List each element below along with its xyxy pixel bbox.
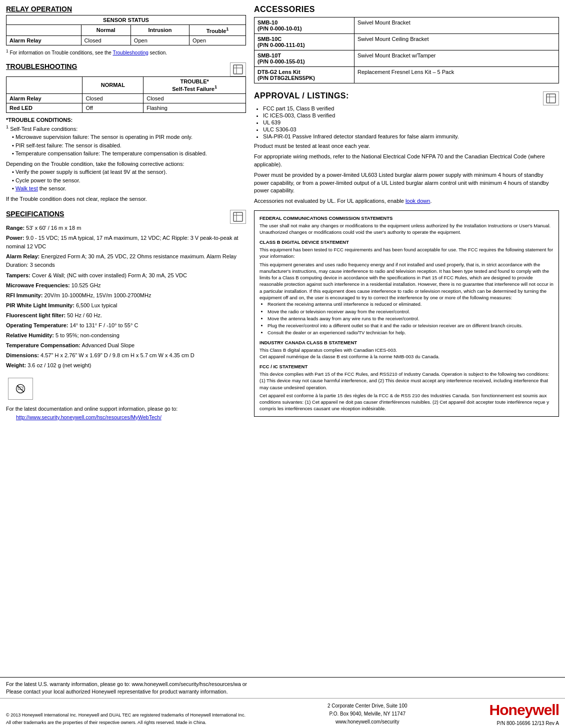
spec-entry: Microwave Frequencies: 10.525 GHz [6,281,246,290]
fcc-section1-text: The user shall not make any changes or m… [260,222,554,236]
list-item: Move the antenna leads away from any wir… [268,315,554,322]
corrective-list: • Verify the power supply is sufficient … [12,168,246,193]
accessories-section: ACCESSORIES SMB-10(P/N 0-000-10-01) Swiv… [254,5,559,83]
fcc-box: FEDERAL COMMUNICATIONS COMMISSION STATEM… [254,210,559,417]
walk-test-link[interactable]: Walk test [16,185,38,191]
warning-icon-area [6,378,246,400]
table-row: Alarm Relay Closed Open Open [6,35,246,45]
footer-address-line2: P.O. Box 9040, Melville, NY 11747 [328,710,408,718]
table-row: SMB-10(P/N 0-000-10-01) Swivel Mount Bra… [254,17,559,34]
spec-entry: PIR White Light Immunity: 6,500 Lux typi… [6,301,246,310]
svg-rect-9 [546,94,556,103]
trouble-col-empty [6,76,82,93]
approval-section: APPROVAL / LISTINGS: FCC part 15, Class … [254,91,559,205]
warranty-block: For the latest U.S. warranty information… [0,677,565,699]
list-item: • Temperature compensation failure: The … [12,149,246,158]
table-row: SMB-10C(P/N 0-000-111-01) Swivel Mount C… [254,34,559,50]
footer-address-line3: www.honeywell.com/security [328,718,408,726]
relay-trouble: Open [190,35,246,45]
relay-footnote: 1 For information on Trouble conditions,… [6,48,246,55]
list-item: FCC part 15, Class B verified [263,105,559,111]
spec-entry: Tampers: Cover & Wall; (NC with cover in… [6,271,246,280]
spec-label: Fluorescent light filter: [6,312,66,318]
fcc-section1-title: FEDERAL COMMUNICATIONS COMMISSION STATEM… [260,215,554,221]
acc-model: SMB-10C(P/N 0-000-111-01) [254,34,354,50]
right-column: ACCESSORIES SMB-10(P/N 0-000-10-01) Swiv… [254,5,559,672]
support-text: For the latest documentation and online … [6,405,246,413]
self-test-label: 1 Self-Test Failure conditions: [6,124,246,133]
spec-label: Dimensions: [6,352,39,358]
acc-model: SMB-10(P/N 0-000-10-01) [254,17,354,34]
list-item: • Cycle power to the sensor. [12,176,246,185]
accessories-title: ACCESSORIES [254,5,559,14]
specifications-title: SPECIFICATIONS [6,210,246,218]
fcc-section4-text1: This device complies with Part 15 of the… [260,371,554,391]
look-down-link[interactable]: look down [406,198,430,204]
troubleshooting-title: TROUBLESHOOTING [6,62,246,70]
spec-entry: Relative Humidity: 5 to 95%; non-condens… [6,331,246,340]
trouble-alarm-trouble: Closed [144,93,246,103]
spec-entry: Power: 9.0 - 15 VDC; 15 mA typical, 17 m… [6,234,246,251]
trouble-alarm-label: Alarm Relay [6,93,82,103]
table-row: Red LED Off Flashing [6,103,246,112]
footer-address-line1: 2 Corporate Center Drive, Suite 100 [328,702,408,710]
spec-entry: Dimensions: 4.57" H x 2.76" W x 1.69" D … [6,351,246,360]
relay-row-label: Alarm Relay [6,35,82,45]
spec-label: Weight: [6,362,26,368]
list-item: • Walk test the sensor. [12,184,246,193]
list-item: Consult the dealer or an experienced rad… [268,329,554,336]
relay-operation-title: RELAY OPERATION [6,5,246,13]
spec-label: Power: [6,235,24,241]
spec-label: RFI Immunity: [6,292,42,298]
honeywell-logo: Honeywell [490,702,559,719]
approval-list: FCC part 15, Class B verified IC ICES-00… [263,105,559,139]
acc-description: Swivel Mount Bracket [354,17,559,34]
troubleshooting-icon [230,62,246,76]
footer-right: Honeywell P/N 800-16696 12/13 Rev A [490,702,559,726]
specifications-icon [230,210,246,224]
trouble-led-trouble: Flashing [144,103,246,112]
footer-pn: P/N 800-16696 12/13 Rev A [490,721,559,726]
support-url-link[interactable]: http://www.security.honeywell.com/hsc/re… [16,414,162,420]
main-content: RELAY OPERATION SENSOR STATUS Normal Int… [0,0,565,677]
list-item: SIA-PIR-01 Passive Infrared detector sta… [263,133,559,139]
fcc-section2-text2: This equipment generates and uses radio … [260,261,554,301]
list-item: Move the radio or television receiver aw… [268,308,554,315]
col-header-empty [6,25,82,36]
troubleshooting-section: TROUBLESHOOTING NORMAL TROUBLE*Self-Test… [6,62,246,203]
svg-rect-0 [234,65,242,74]
list-item: UL 639 [263,119,559,125]
spec-entry: RFI Immunity: 20V/m 10-1000MHz, 15V/m 10… [6,291,246,300]
page: RELAY OPERATION SENSOR STATUS Normal Int… [0,0,565,728]
sensor-status-header: SENSOR STATUS [6,15,246,25]
troubleshooting-link[interactable]: Troubleshooting [112,50,148,55]
acc-description: Swivel Mount Bracket w/Tamper [354,50,559,67]
approval-icon [543,91,559,105]
trouble-conditions-title: *TROUBLE CONDITIONS: [6,116,246,124]
col-header-trouble: Trouble1 [190,25,246,36]
trouble-final-note: If the Trouble condition does not clear,… [6,195,246,203]
list-item: • PIR self-test failure: The sensor is d… [12,141,246,150]
copyright-line2: All other trademarks are the properties … [6,719,246,726]
acc-description: Replacement Fresnel Lens Kit – 5 Pack [354,67,559,83]
relay-operation-table: SENSOR STATUS Normal Intrusion Trouble1 … [6,15,246,45]
warning-icon [8,378,33,400]
accessories-table: SMB-10(P/N 0-000-10-01) Swivel Mount Bra… [254,17,559,83]
spec-entry: Fluorescent light filter: 50 Hz / 60 Hz. [6,311,246,320]
spec-entry: Range: 53' x 60' / 16 m x 18 m [6,224,246,232]
left-column: RELAY OPERATION SENSOR STATUS Normal Int… [6,5,246,672]
fcc-section3-text: This Class B digital apparatus complies … [260,347,554,360]
fcc-section2-list: Reorient the receiving antenna until int… [268,301,554,336]
col-header-normal: Normal [81,25,130,36]
col-header-intrusion: Intrusion [130,25,189,36]
trouble-led-label: Red LED [6,103,82,112]
copyright-line1: © 2013 Honeywell International Inc. Hone… [6,712,246,719]
support-url: http://www.security.honeywell.com/hsc/re… [16,413,246,422]
trouble-conditions-list: • Microwave supervision failure: The sen… [12,133,246,158]
fcc-section4-text2: Cet appareil est conforme à la partie 15… [260,392,554,412]
troubleshooting-table: NORMAL TROUBLE*Self-Test Failure1 Alarm … [6,76,246,113]
footer-copyright: © 2013 Honeywell International Inc. Hone… [6,712,246,726]
fcc-section2-title: CLASS B DIGITAL DEVICE STATEMENT [260,239,554,245]
approval-title: APPROVAL / LISTINGS: [254,91,559,100]
spec-label: Operating Temperature: [6,322,68,328]
